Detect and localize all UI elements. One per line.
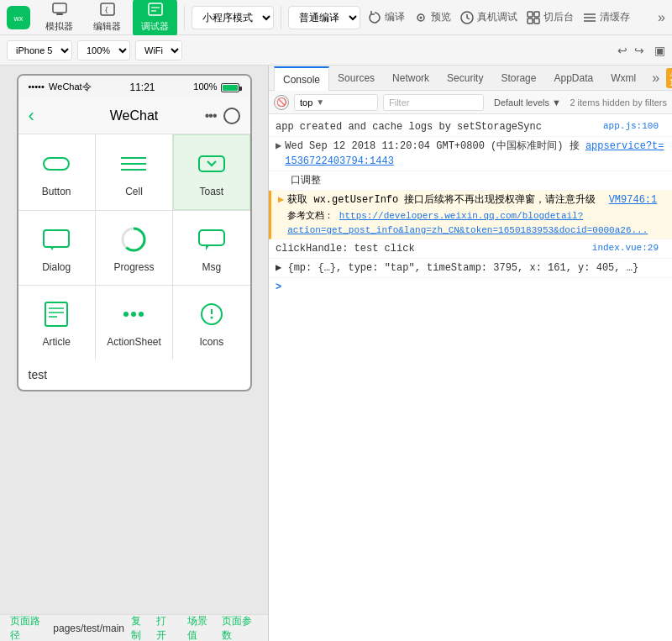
cell-label: Cell xyxy=(125,186,143,197)
phone-nav-title: WeChat xyxy=(110,108,159,123)
dialog-icon xyxy=(39,223,73,256)
console-line-2: ▶ Wed Sep 12 2018 11:20:04 GMT+0800 (中国标… xyxy=(269,137,672,171)
svg-rect-15 xyxy=(534,18,539,24)
tabs-more-btn[interactable]: » xyxy=(645,71,666,86)
svg-rect-3 xyxy=(56,13,63,15)
toolbar-divider-2 xyxy=(281,6,281,29)
real-machine-label: 真机调试 xyxy=(477,10,517,24)
button-icon xyxy=(39,147,73,181)
debugger-icon xyxy=(148,3,163,18)
grid-item-cell[interactable]: Cell xyxy=(96,134,172,210)
editor-btn[interactable]: { } 编辑器 xyxy=(85,0,129,36)
tab-storage[interactable]: Storage xyxy=(492,66,545,91)
second-toolbar: iPhone 5 100% WiFi ↩ ↪ ▣ xyxy=(0,35,672,66)
mode-select[interactable]: 小程序模式 xyxy=(192,6,274,29)
switch-platform-label: 切后台 xyxy=(543,10,574,24)
console-prompt[interactable]: > xyxy=(269,278,672,297)
clear-cache-btn[interactable]: 清缓存 xyxy=(582,10,630,25)
actionsheet-icon xyxy=(117,297,150,331)
more-icon[interactable]: » xyxy=(658,10,665,25)
simulator-btn[interactable]: 模拟器 xyxy=(37,0,81,36)
tab-appdata[interactable]: AppData xyxy=(545,66,602,91)
grid-item-actionsheet[interactable]: ActionSheet xyxy=(96,286,172,360)
zoom-select[interactable]: 100% xyxy=(77,40,130,60)
tab-sources[interactable]: Sources xyxy=(329,66,384,91)
refresh-label: 编译 xyxy=(385,10,405,24)
grid-item-msg[interactable]: Msg xyxy=(173,211,249,285)
grid-item-icons[interactable]: Icons xyxy=(173,286,249,360)
console-line-warning: ▶ 获取 wx.getUserInfo 接口后续将不再出现授权弹窗，请注意升级 … xyxy=(269,191,672,239)
phone-grid: Button Cell xyxy=(18,134,250,360)
phone-test-area: test xyxy=(18,360,250,390)
tab-console[interactable]: Console xyxy=(274,66,329,92)
phone-record-icon[interactable] xyxy=(223,108,240,124)
simulator-icon xyxy=(52,3,67,18)
svg-point-34 xyxy=(123,312,129,317)
open-btn[interactable]: 打开 xyxy=(156,614,175,642)
toolbar-action-icons: 编译 预览 真机调试 切后台 清缓存 xyxy=(367,10,630,25)
filter-input[interactable]: Filter xyxy=(383,94,484,111)
console-text-mp: ▶ {mp: {…}, type: "tap", timeStamp: 3795… xyxy=(276,260,665,276)
switch-platform-btn[interactable]: 切后台 xyxy=(526,10,574,25)
debugger-btn[interactable]: 调试器 xyxy=(133,0,177,36)
svg-point-36 xyxy=(139,312,144,317)
prompt-arrow: > xyxy=(276,281,281,293)
grid-item-progress[interactable]: Progress xyxy=(96,211,172,285)
compile-select[interactable]: 普通编译 xyxy=(288,6,360,29)
grid-item-toast[interactable]: Toast xyxy=(173,134,249,210)
phone-back-btn[interactable]: ‹ xyxy=(29,105,34,127)
tab-network[interactable]: Network xyxy=(384,66,438,91)
editor-label: 编辑器 xyxy=(93,20,121,33)
phone-time: 11:21 xyxy=(129,81,155,93)
filter-level-selector[interactable]: top ▼ xyxy=(294,94,378,111)
network-select[interactable]: WiFi xyxy=(135,40,182,60)
warning-link[interactable]: https://developers.weixin.qq.com/blogdet… xyxy=(287,211,648,235)
top-toolbar: wx 模拟器 { } 编辑器 调试器 小程序模式 普通编译 编译 预 xyxy=(0,0,672,35)
console-file-click[interactable]: index.vue:29 xyxy=(592,241,665,255)
phone-battery: 100% xyxy=(193,81,239,92)
console-line-click: clickHandle: test click index.vue:29 xyxy=(269,239,672,259)
toast-icon xyxy=(195,147,228,181)
rotate-right-icon[interactable]: ↪ xyxy=(634,44,644,57)
screenshot-icon[interactable]: ▣ xyxy=(654,44,665,57)
phone-more-icon[interactable]: ••• xyxy=(205,108,217,123)
warn-badge: ⚠ 1 xyxy=(666,68,672,88)
path-label: 页面路径 xyxy=(10,614,46,642)
svg-rect-2 xyxy=(53,3,66,13)
dialog-label: Dialog xyxy=(42,261,71,273)
scene-label[interactable]: 场景值 xyxy=(187,614,214,642)
warning-file[interactable]: VM9746:1 xyxy=(609,194,658,206)
msg-label: Msg xyxy=(202,261,221,273)
params-label[interactable]: 页面参数 xyxy=(222,614,258,642)
console-text-click: clickHandle: test click xyxy=(276,241,592,256)
svg-rect-19 xyxy=(44,158,69,170)
warning-sub: 参考文档： https://developers.weixin.qq.com/b… xyxy=(287,209,665,237)
preview-btn[interactable]: 预览 xyxy=(413,10,451,25)
right-panel: Console Sources Network Security Storage… xyxy=(269,66,672,641)
copy-btn[interactable]: 复制 xyxy=(131,614,150,642)
grid-item-article[interactable]: Article xyxy=(18,286,95,360)
device-select[interactable]: iPhone 5 xyxy=(7,40,72,60)
svg-rect-14 xyxy=(528,18,533,24)
grid-item-button[interactable]: Button xyxy=(18,134,95,210)
filter-no-entry-icon[interactable]: 🚫 xyxy=(274,95,289,110)
msg-icon xyxy=(195,223,228,256)
toolbar-divider-1 xyxy=(184,6,185,29)
devtools-right-icons: ⚠ 1 ⋮ ◫ xyxy=(666,68,672,88)
grid-item-dialog[interactable]: Dialog xyxy=(18,211,95,285)
real-machine-btn[interactable]: 真机调试 xyxy=(459,10,517,25)
rotate-icon[interactable]: ↩ xyxy=(617,44,627,57)
svg-text:{ }: { } xyxy=(104,6,115,14)
filter-level-dropdown-icon[interactable]: ▼ xyxy=(316,97,324,107)
refresh-btn[interactable]: 编译 xyxy=(367,10,405,25)
default-levels-selector[interactable]: Default levels ▼ xyxy=(494,97,561,108)
tab-wxml[interactable]: Wxml xyxy=(602,66,645,91)
console-input[interactable] xyxy=(285,281,665,293)
tab-security[interactable]: Security xyxy=(438,66,492,91)
debugger-label: 调试器 xyxy=(141,20,169,33)
expand-icon-2[interactable]: ▶ xyxy=(276,139,281,154)
warning-text: 获取 wx.getUserInfo 接口后续将不再出现授权弹窗，请注意升级 xyxy=(287,194,601,206)
console-file-1[interactable]: app.js:100 xyxy=(598,119,665,134)
phone-simulator: ••••• WeChat令 11:21 100% ‹ We xyxy=(17,74,252,391)
article-label: Article xyxy=(42,336,70,348)
